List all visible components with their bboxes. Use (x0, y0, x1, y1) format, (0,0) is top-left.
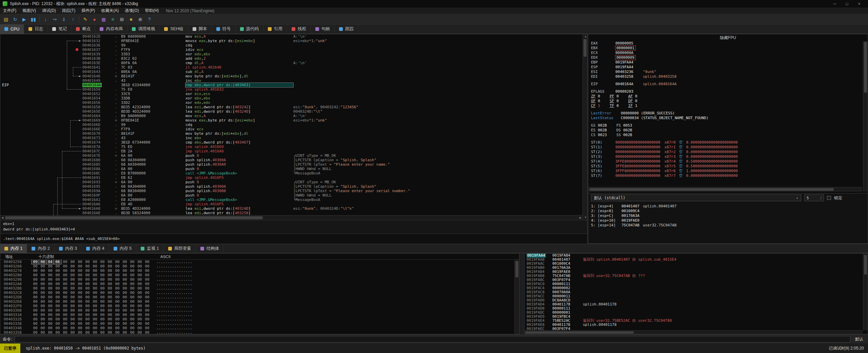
stack-arg-row[interactable]: 1: [esp+4]00401407splish.00401407 (591, 204, 865, 209)
fpu-register-row[interactable]: ST(3)00000000000000000000x87r3空0.0000000… (591, 154, 862, 159)
call-stack-button[interactable]: ≡ (108, 15, 117, 23)
flags-row[interactable]: OF0SF0DF0 (591, 99, 862, 104)
disasm-row[interactable]: 0040162D.B9 0A000000mov ecx,AA:'\n' (0, 34, 583, 39)
menu-favourites[interactable]: 收藏夹(A) (98, 7, 122, 14)
stack-row[interactable]: 0019FAA800401407返回到 splish.00401407 自 sp… (525, 258, 863, 262)
disasm-row[interactable]: 0040165E.8D3D 4D324000lea edi,dword ptr … (0, 109, 583, 114)
stack-row[interactable]: 0019FAE475BE52AC返回到 user32.75BE52AC 自 us… (525, 319, 863, 323)
last-status-row[interactable]: LastStatusC0000034 (STATUS_OBJECT_NAME_N… (591, 116, 862, 120)
memory-map-button[interactable]: ▦ (99, 15, 108, 23)
hide-fpu-button[interactable]: 隐藏FPU (716, 35, 740, 41)
register-ecx[interactable]: ECX0000000A (591, 51, 862, 55)
fpu-register-row[interactable]: ST(7)00000000000000000000x87r7空0.0000000… (591, 173, 862, 178)
execute-till-return-button[interactable]: ↑ (68, 15, 78, 23)
stack-row[interactable]: 0019FAA40019FAB4 (525, 254, 863, 258)
bottom-tab-dump-3[interactable]: 内存 3 (55, 244, 82, 253)
command-input[interactable] (15, 336, 850, 342)
flag-zf[interactable]: ZF (591, 94, 595, 98)
menu-view[interactable]: 视图(V) (19, 7, 39, 14)
dump-row[interactable]: 004032B800000000000000000000000000000000… (0, 286, 514, 291)
tab-threads[interactable]: 线程 (287, 24, 311, 34)
bottom-tab-watch-1[interactable]: 监视 1 (136, 244, 163, 253)
bottom-tab-locals[interactable]: 局部变量 (164, 244, 196, 253)
register-esp[interactable]: ESP0019FAA4 (591, 65, 862, 70)
segment-row[interactable]: ES002BDS002B (591, 128, 862, 133)
stack-horizontal-scrollbar[interactable] (525, 330, 863, 334)
pause-button[interactable]: ▮▮ (29, 15, 38, 23)
dump-row[interactable]: 0040334800000000000000000000000000000000… (0, 326, 514, 330)
menu-plugins[interactable]: 插件(P) (78, 7, 98, 14)
disasm-row[interactable]: 00401652.33C9xor ecx,ecx (0, 92, 583, 96)
disasm-row[interactable]: 0040164A3B1D 63344000cmp ebx,dword ptr d… (0, 83, 583, 87)
register-edx[interactable]: EDX00000009 (591, 55, 862, 60)
command-profile-select[interactable]: 默认 (853, 336, 865, 342)
disasm-row[interactable]: 00401639.33D3xor edx,ebx (0, 52, 583, 56)
tab-cpu[interactable]: CPU (0, 24, 24, 34)
stack-row[interactable]: 0019FABC003F07F4 (525, 278, 863, 282)
disasm-row[interactable]: 00401673.43inc ebx (0, 136, 583, 140)
restart-button[interactable]: ↻ (11, 15, 20, 23)
disasm-row[interactable]: 0040169A.68 B8304000push splish.4030B8│L… (0, 189, 583, 193)
dump-row[interactable]: 004032A800000000000000000000000000000000… (0, 282, 514, 286)
stack-arg-row[interactable]: 5: [esp+14]75C047ABuser32.75C047AB (591, 223, 865, 228)
step-into-button[interactable]: ↓ (41, 15, 50, 23)
disasm-row[interactable]: 00401641.7C 03jl splish.401646 (0, 65, 583, 70)
fpu-register-row[interactable]: ST(4)3FFE8000000000000000x87r4空0.5000000… (591, 159, 862, 164)
stack-row[interactable]: 0019FAE00019FBC4 (525, 315, 863, 319)
dump-row[interactable]: 004032C800000000000000000000000000000000… (0, 291, 514, 295)
tab-seh[interactable]: SEH链 (160, 24, 188, 34)
disasm-row[interactable]: 00401685.68 A0304000push splish.4030A0│L… (0, 162, 583, 167)
disasm-row[interactable]: 00401680.68 0A304000push splish.40300A│L… (0, 158, 583, 162)
register-eflags[interactable]: EFLAGS00000203 (591, 89, 862, 94)
tab-call-stack[interactable]: 调用堆栈 (127, 24, 160, 34)
disasm-row[interactable]: 004016A8>8D35 4D324000lea esi,dword ptr … (0, 206, 583, 211)
tab-trace[interactable]: 跟踪 (335, 24, 358, 34)
disasm-row[interactable]: 0040168C.E8 B7000000call <JMP.&MessageBo… (0, 171, 583, 175)
dump-vertical-scrollbar[interactable] (514, 260, 519, 334)
disasm-row[interactable]: 00401693>6A 00push 0┌UINT uType = MB_OK (0, 180, 583, 184)
stack-row[interactable]: 0019FAB000170A3A (525, 266, 863, 270)
tab-references[interactable]: 引用 (263, 24, 287, 34)
tab-source[interactable]: 源代码 (236, 24, 264, 34)
disasm-row[interactable]: 0040166D.99cdq (0, 123, 583, 127)
segment-row[interactable]: CS0023SS002B (591, 133, 862, 137)
stack-vertical-scrollbar[interactable] (863, 254, 868, 330)
register-esi[interactable]: ESI00403236"9unk" (591, 70, 862, 74)
register-ebx[interactable]: EBX00000001 (591, 46, 862, 51)
dump-row[interactable]: 0040325809080406000000000000000000000000… (0, 260, 514, 264)
stack-row[interactable]: 0019FAAC001009C4 (525, 262, 863, 266)
disassembly-vertical-scrollbar[interactable]: ▲ ▼ (583, 34, 587, 220)
calling-convention-select[interactable]: 默认 (stdcall) ▾ (591, 194, 801, 201)
stack-row[interactable]: 0019FAE800401178splish.00401178 (525, 323, 863, 327)
disasm-row[interactable]: 00401636.99cdq (0, 43, 583, 48)
dump-row[interactable]: 0040332800000000000000000000000000000000… (0, 317, 514, 321)
disasm-row[interactable]: 00401656.33D2xor edx,edx (0, 100, 583, 105)
tab-notes[interactable]: 笔记 (48, 24, 72, 34)
menu-debug[interactable]: 调试(D) (39, 7, 59, 14)
disasm-row[interactable]: 00401695.68 0A304000push splish.40300A│L… (0, 184, 583, 189)
trace-into-button[interactable]: ⇓ (59, 15, 68, 23)
flag-cf[interactable]: CF (591, 104, 595, 108)
disasm-row[interactable]: 0040167E>6A 00push 0┌UINT uType = MB_OK (0, 153, 583, 158)
stack-row[interactable]: 0019FAB40019FAE0 (525, 270, 863, 274)
tab-handles[interactable]: 句柄 (311, 24, 335, 34)
flag-of[interactable]: OF (591, 99, 595, 103)
dump-row[interactable]: 0040326800000000000000000000000000000000… (0, 264, 514, 268)
stack-arg-row[interactable]: 3: [esp+C]00170A3A (591, 213, 865, 218)
dump-row[interactable]: 0040328800000000000000000000000000000000… (0, 273, 514, 277)
step-over-button[interactable]: ↪ (50, 15, 59, 23)
disasm-row[interactable]: 004016AE.8D3D 58324000lea edi,dword ptr … (0, 211, 583, 215)
open-file-button[interactable]: ▤ (1, 15, 11, 23)
stack-arg-row[interactable]: 4: [esp+10]0019FAE0 (591, 218, 865, 223)
last-error-row[interactable]: LastError00000000 (ERROR_SUCCESS) (591, 111, 862, 116)
disassembly-horizontal-scrollbar[interactable]: ◀ ▶ (0, 215, 583, 220)
flags-row[interactable]: CF1TF0IF1 (591, 104, 862, 108)
register-ebp[interactable]: EBP0019FAA4 (591, 60, 862, 65)
disasm-row[interactable]: 004016A1.E8 A2000000call <JMP.&MessageBo… (0, 198, 583, 202)
dump-row[interactable]: 0040330800000000000000000000000000000000… (0, 308, 514, 313)
menu-help[interactable]: 帮助(H) (142, 7, 162, 14)
disasm-row[interactable]: 00401674.3B1D 67344000cmp ebx,dword ptr … (0, 140, 583, 145)
disasm-row[interactable]: 0040163B.83C2 02add edx,2 (0, 56, 583, 61)
stack-row[interactable]: 0019FACC00000011 (525, 294, 863, 298)
dump-row[interactable]: 0040327800000000000000000000000000000000… (0, 268, 514, 273)
